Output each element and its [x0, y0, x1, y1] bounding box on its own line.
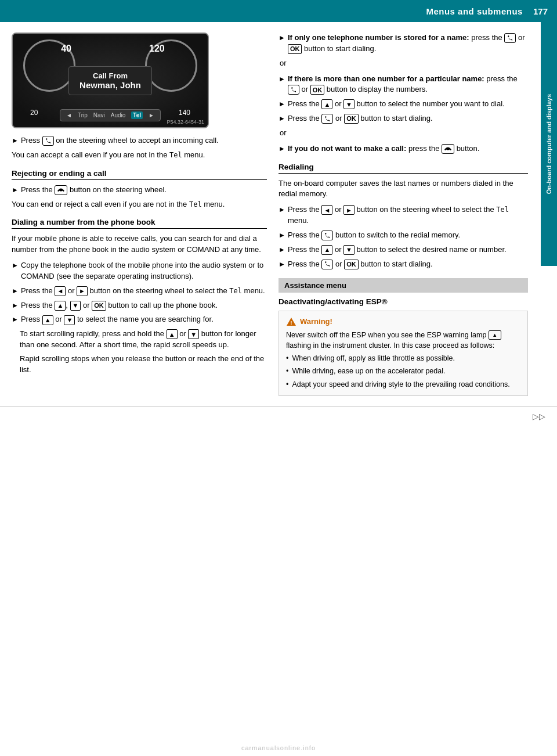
bullet-arrow-copy: ►: [12, 261, 19, 282]
right-btn-red1: ►: [343, 205, 355, 215]
down-arrow-selnum: ▼: [343, 99, 355, 109]
nav-navi: Navi: [93, 112, 105, 118]
end-call-icon: [55, 185, 67, 195]
warning-bullet-2: While driving, ease up on the accelerato…: [286, 366, 520, 377]
footer-arrow: ▷▷: [533, 412, 545, 421]
up-btn-red3: ▲: [321, 245, 332, 255]
tel-menu-ref-red: Tel: [496, 206, 509, 214]
one-number-text: If only one telephone number is stored f…: [288, 33, 528, 55]
press-updown-ok-bullet: ► Press the ▲, ▼ or OK button to call up…: [12, 300, 267, 311]
redialing-intro: The on-board computer saves the last nam…: [278, 178, 528, 200]
nav-tel: Tel: [131, 111, 143, 119]
warning-bullet-1-text: When driving off, apply as little thrott…: [292, 354, 454, 364]
scroll-subtext2: Rapid scrolling stops when you release t…: [20, 354, 267, 376]
bullet-arrow-lr: ►: [12, 286, 19, 297]
redialing-bullet1: ► Press the ◄ or ► button on the steerin…: [278, 204, 528, 226]
left-arrow-btn: ◄: [55, 286, 66, 296]
nav-audio: Audio: [111, 112, 126, 118]
multi-number-bullet: ► If there is more than one number for a…: [278, 74, 528, 96]
bullet-arrow-select: ►: [12, 315, 19, 325]
reject-section-heading: Rejecting or ending a call: [12, 169, 267, 180]
or-separator-2: or: [280, 128, 528, 139]
bullet-arrow-red2: ►: [278, 231, 285, 241]
tel-menu-ref: Tel: [169, 151, 182, 159]
accept-call-text: Press on the steering wheel to accept an…: [21, 135, 267, 146]
start-dialing-text: Press the or OK button to start dialing.: [288, 113, 528, 124]
phone-icon-red2: [321, 231, 333, 240]
warning-label: Warning!: [300, 317, 332, 326]
speed-right-value: 120: [149, 44, 165, 54]
bullet-arrow: ►: [12, 136, 19, 146]
down-btn-red3: ▼: [343, 245, 355, 255]
one-number-bold: If only one telephone number is stored f…: [288, 33, 469, 42]
dialing-section-heading: Dialing a number from the phone book: [12, 218, 267, 229]
phone-icon-one: [504, 33, 516, 43]
footer: ▷▷: [0, 406, 557, 426]
warning-text-1: Never switch off the ESP when you see th…: [286, 331, 489, 339]
select-number-bullet: ► Press the ▲ or ▼ button to select the …: [278, 99, 528, 110]
page-title: Menus and submenus: [426, 6, 523, 16]
multi-number-text: If there is more than one number for a p…: [288, 74, 528, 96]
warning-text-2: flashing in the instrument cluster. In t…: [286, 341, 494, 350]
left-btn-red1: ◄: [321, 205, 332, 215]
caller-name: Newman, John: [79, 80, 141, 90]
watermark: carmanualsonline.info: [241, 744, 316, 751]
page-number: 177: [533, 6, 548, 16]
assistance-header-label: Assistance menu: [284, 281, 346, 290]
up-arrow-btn2: ▲: [42, 315, 53, 325]
down-arrow-btn2: ▼: [64, 315, 75, 325]
speedometer-right: 120: [145, 39, 197, 92]
chapter-tab: On-board computer and displays: [541, 22, 557, 266]
bullet-arrow-multi: ►: [278, 74, 285, 96]
no-call-bold: If you do not want to make a call:: [288, 144, 406, 153]
speedometer-left: 40: [23, 39, 75, 92]
bottom-nav-bar: ◄ Trip Navi Audio Tel ►: [60, 109, 161, 121]
cluster-image: 40 120 Call From Newman, John ◄ Trip Nav…: [12, 33, 209, 128]
bullet-arrow-red3: ►: [278, 245, 285, 255]
header-bar: Menus and submenus 177: [0, 0, 557, 22]
center-display: Call From Newman, John: [68, 66, 152, 95]
dialing-intro: If your mobile phone is able to receive …: [12, 233, 267, 255]
press-lr-text: Press the ◄ or ► button on the steering …: [21, 286, 267, 297]
copy-phonebook-bullet: ► Copy the telephone book of the mobile …: [12, 260, 267, 282]
up-arrow-btn3: ▲: [167, 329, 178, 339]
redialing-bullet1-text: Press the ◄ or ► button on the steering …: [288, 204, 528, 226]
chapter-tab-label: On-board computer and displays: [545, 94, 553, 194]
cluster-lower-right: 140: [179, 109, 190, 117]
bullet-arrow-nocall: ►: [278, 144, 285, 154]
press-lr-bullet: ► Press the ◄ or ► button on the steerin…: [12, 286, 267, 297]
warning-bullet-2-text: While driving, ease up on the accelerato…: [292, 366, 445, 377]
warning-triangle-icon: !: [286, 317, 296, 326]
tel-menu-ref2: Tel: [189, 200, 202, 208]
nav-trip: Trip: [78, 112, 88, 118]
bullet-arrow-one: ►: [278, 33, 285, 55]
multi-number-bold: If there is more than one number for a p…: [288, 74, 484, 83]
select-number-text: Press the ▲ or ▼ button to select the nu…: [288, 99, 528, 110]
nav-arrow-right: ►: [149, 112, 154, 118]
bullet-arrow-reject: ►: [12, 185, 19, 196]
phone-icon-dial: [321, 114, 333, 124]
accept-call-bullet: ► Press on the steering wheel to accept …: [12, 135, 267, 146]
up-arrow-btn: ▲: [55, 301, 66, 311]
end-call-icon-nocall: [442, 144, 454, 154]
redialing-heading: Redialing: [278, 163, 528, 174]
warning-bullet-1: When driving off, apply as little thrott…: [286, 354, 520, 364]
phone-icon-multi: [288, 85, 299, 95]
ok-btn: OK: [92, 301, 106, 311]
warning-box: ! Warning! Never switch off the ESP when…: [278, 311, 528, 397]
redialing-bullet3: ► Press the ▲ or ▼ button to select the …: [278, 244, 528, 255]
select-name-bullet: ► Press ▲ or ▼ to select the name you ar…: [12, 314, 267, 325]
bullet-arrow-dial: ►: [278, 114, 285, 124]
esp-warning-lamp-icon: ▲: [489, 330, 501, 340]
redialing-bullet2-text: Press the button to switch to the redial…: [288, 230, 528, 241]
select-name-text: Press ▲ or ▼ to select the name you are …: [21, 314, 267, 325]
bullet-arrow-red4: ►: [278, 260, 285, 270]
accept-call-para: You can accept a call even if you are no…: [12, 150, 267, 161]
warning-title: ! Warning!: [286, 317, 520, 326]
redialing-bullet2: ► Press the button to switch to the redi…: [278, 230, 528, 241]
press-updown-ok-text: Press the ▲, ▼ or OK button to call up t…: [21, 300, 267, 311]
bullet-arrow-red1: ►: [278, 205, 285, 226]
reject-text: Press the button on the steering wheel.: [21, 185, 267, 196]
ok-btn-dial: OK: [344, 114, 359, 124]
ok-btn-multi: OK: [310, 85, 325, 95]
